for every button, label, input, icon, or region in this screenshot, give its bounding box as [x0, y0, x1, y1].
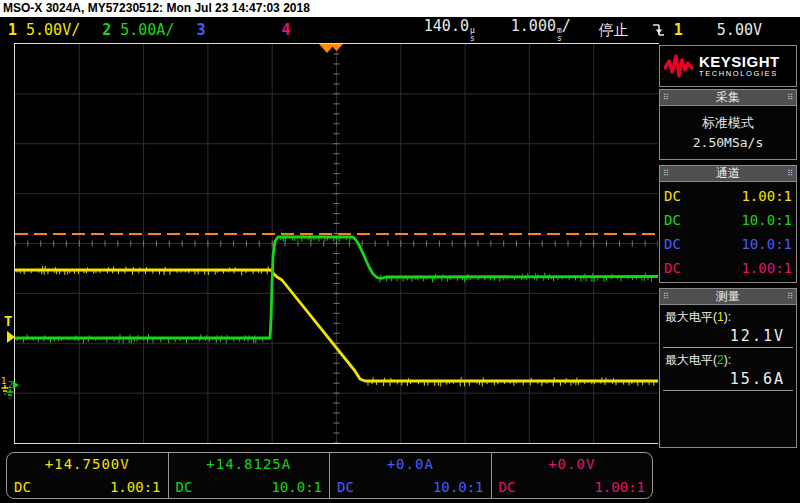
channel-status-boxes: +14.7500V DC 1.00:1 +14.8125A DC 10.0:1 …	[6, 452, 653, 499]
measurement-entry: 最大电平(1): 12.1V	[662, 309, 794, 348]
probe-ratio: 1.00:1	[741, 184, 792, 208]
channel-offset: +0.0A	[337, 456, 484, 472]
run-status[interactable]: 停止	[599, 21, 629, 40]
channel-ground-markers[interactable]: 1 2	[0, 375, 22, 405]
trigger-level-marker[interactable]	[7, 331, 15, 343]
section-title: 通道	[716, 166, 740, 181]
channel-offset: +14.8125A	[176, 456, 323, 472]
probe-ratio: 10.0:1	[433, 479, 484, 495]
coupling: DC	[499, 479, 516, 495]
channels-panel[interactable]: DC 1.00:1 DC 10.0:1 DC 10.0:1 DC 1.00:1	[659, 182, 797, 283]
section-title: 采集	[716, 90, 740, 105]
channel-1-status-box[interactable]: +14.7500V DC 1.00:1	[6, 452, 169, 499]
channel-offset: +0.0V	[499, 456, 646, 472]
channel-3-status-box[interactable]: +0.0A DC 10.0:1	[329, 452, 492, 499]
measurement-source: 2	[717, 353, 724, 367]
probe-ratio: 10.0:1	[271, 479, 322, 495]
timebase-readout[interactable]: 1.000ms/	[511, 17, 571, 43]
section-header-acquisition[interactable]: ⠿ 采集 ⠿	[659, 89, 797, 106]
measurement-value: 15.6A	[663, 368, 793, 391]
grip-icon: ⠿	[663, 94, 669, 102]
trigger-level-label: T	[4, 313, 12, 329]
grip-icon: ⠿	[663, 293, 669, 301]
channel-4-button[interactable]: 4	[281, 21, 290, 39]
instrument-title: MSO-X 3024A, MY57230512: Mon Jul 23 14:4…	[3, 1, 310, 15]
measurement-label: 最大电平(	[665, 310, 717, 324]
measurement-source: 1	[717, 310, 724, 324]
probe-ratio: 1.00:1	[594, 479, 645, 495]
footer-bar: +14.7500V DC 1.00:1 +14.8125A DC 10.0:1 …	[0, 448, 800, 503]
status-bar: 1 5.00V/ 2 5.00A/ 3 4 140.0μs 1.000ms/ 停…	[0, 17, 800, 43]
channel-3-button[interactable]: 3	[196, 21, 205, 39]
section-title: 测量	[716, 289, 740, 304]
ch2-ground-icon: 2	[8, 380, 13, 390]
channel-row-3[interactable]: DC 10.0:1	[664, 232, 792, 256]
delay-readout[interactable]: 140.0μs	[424, 17, 475, 43]
measurement-value: 12.1V	[663, 325, 793, 348]
coupling: DC	[176, 479, 193, 495]
keysight-logo: KEYSIGHT TECHNOLOGIES	[659, 45, 797, 87]
brand-name: KEYSIGHT	[699, 54, 780, 69]
acquisition-panel[interactable]: 标准模式 2.50MSa/s	[659, 106, 797, 160]
sample-rate: 2.50MSa/s	[660, 133, 796, 153]
acquisition-mode: 标准模式	[660, 113, 796, 133]
measurement-label: 最大电平(	[665, 353, 717, 367]
channel-row-4[interactable]: DC 1.00:1	[664, 256, 792, 280]
ch1-ground-icon: 1	[1, 376, 6, 386]
waveform-canvas[interactable]	[15, 44, 658, 443]
measurements-panel[interactable]: 最大电平(1): 12.1V 最大电平(2): 15.6A	[659, 305, 797, 448]
channel-row-1[interactable]: DC 1.00:1	[664, 184, 792, 208]
trigger-source[interactable]: 1	[674, 21, 683, 39]
probe-ratio: 1.00:1	[110, 479, 161, 495]
waveform-display[interactable]	[14, 43, 659, 444]
instrument-title-bar: MSO-X 3024A, MY57230512: Mon Jul 23 14:4…	[0, 0, 800, 17]
probe-ratio: 10.0:1	[741, 208, 792, 232]
grip-icon: ⠿	[787, 94, 793, 102]
brand-subtitle: TECHNOLOGIES	[699, 69, 780, 78]
probe-ratio: 1.00:1	[741, 256, 792, 280]
section-header-measure[interactable]: ⠿ 测量 ⠿	[659, 288, 797, 305]
measurement-entry: 最大电平(2): 15.6A	[662, 352, 794, 391]
channel-4-status-box[interactable]: +0.0V DC 1.00:1	[491, 452, 654, 499]
channel-2-button[interactable]: 2	[102, 21, 111, 39]
sidebar: KEYSIGHT TECHNOLOGIES ⠿ 采集 ⠿ 标准模式 2.50MS…	[658, 44, 798, 448]
channel-1-scale[interactable]: 5.00V/	[26, 21, 80, 39]
grip-icon: ⠿	[787, 170, 793, 178]
trigger-falling-edge-icon[interactable]	[651, 21, 666, 39]
trigger-level[interactable]: 5.00V	[717, 21, 762, 39]
coupling: DC	[14, 479, 31, 495]
coupling: DC	[664, 232, 681, 256]
grip-icon: ⠿	[787, 293, 793, 301]
channel-2-scale[interactable]: 5.00A/	[120, 21, 174, 39]
coupling: DC	[664, 208, 681, 232]
probe-ratio: 10.0:1	[741, 232, 792, 256]
channel-1-button[interactable]: 1	[8, 21, 17, 39]
coupling: DC	[337, 479, 354, 495]
channel-offset: +14.7500V	[14, 456, 161, 472]
grip-icon: ⠿	[663, 170, 669, 178]
channel-row-2[interactable]: DC 10.0:1	[664, 208, 792, 232]
keysight-spark-icon	[664, 52, 694, 80]
coupling: DC	[664, 256, 681, 280]
section-header-channels[interactable]: ⠿ 通道 ⠿	[659, 165, 797, 182]
coupling: DC	[664, 184, 681, 208]
channel-2-status-box[interactable]: +14.8125A DC 10.0:1	[168, 452, 331, 499]
